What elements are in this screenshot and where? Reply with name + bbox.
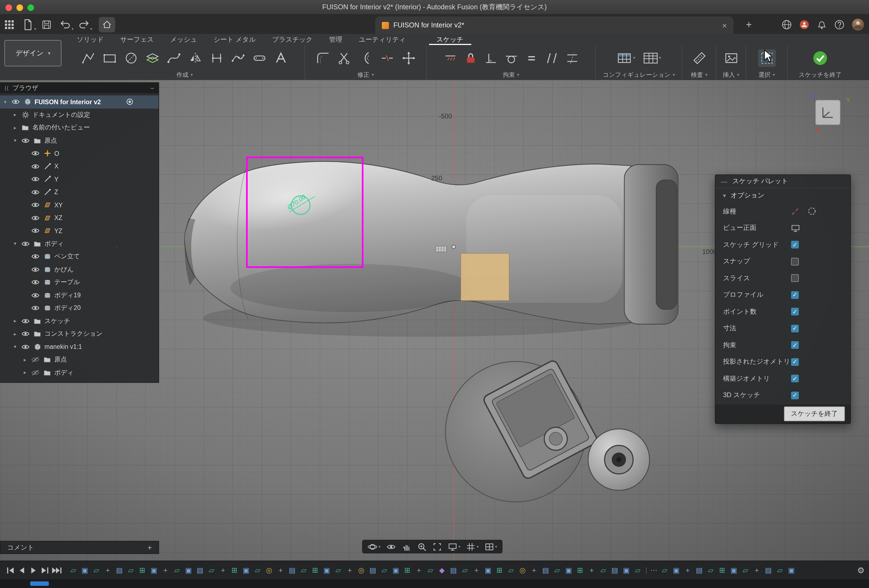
visibility-eye-icon[interactable] — [31, 280, 40, 286]
timeline-sketch-feature-icon[interactable]: ▱ — [334, 566, 343, 575]
visibility-eye-icon[interactable] — [21, 138, 30, 144]
tree-expand-caret[interactable]: ▸ — [12, 125, 18, 130]
visibility-eye-icon[interactable] — [21, 318, 30, 324]
trim-tool-icon[interactable] — [337, 51, 351, 65]
viewcube[interactable]: Z Y X — [809, 92, 850, 134]
timeline-sketch-feature-icon[interactable]: ▱ — [660, 566, 669, 575]
tree-expand-caret[interactable]: ▾ — [12, 344, 18, 350]
timeline-sketch-feature-icon[interactable]: ▱ — [68, 566, 78, 575]
timeline-move-feature-icon[interactable]: + — [683, 566, 693, 575]
visibility-eye-icon[interactable] — [31, 189, 40, 195]
ribbon-tab-3[interactable]: シート メタル — [206, 34, 264, 45]
user-avatar[interactable] — [851, 18, 865, 31]
tree-row[interactable]: ▾ボディ — [0, 237, 159, 250]
app-menu-icon[interactable] — [1, 17, 18, 32]
palette-drag-icon[interactable]: — — [721, 178, 727, 185]
viewports-icon[interactable]: ▾ — [482, 542, 499, 551]
timeline-sketch-feature-icon[interactable]: ▱ — [741, 566, 750, 575]
visibility-eye-icon[interactable] — [31, 305, 40, 311]
offset-tool-icon[interactable] — [359, 51, 373, 65]
home-button[interactable] — [99, 17, 115, 32]
finish-sketch-palette-button[interactable]: スケッチを終了 — [784, 406, 845, 421]
timeline-pattern-feature-icon[interactable]: ⊞ — [138, 566, 147, 575]
collapse-panel-icon[interactable]: ⟨⟨ — [4, 85, 9, 91]
timeline-box-feature-icon[interactable]: ▣ — [149, 566, 159, 575]
timeline-hole-feature-icon[interactable]: ◎ — [264, 566, 274, 575]
rectangle-tool-icon[interactable] — [102, 51, 117, 65]
timeline-sketch-feature-icon[interactable]: ▱ — [172, 566, 182, 575]
timeline-extrude-feature-icon[interactable]: ▤ — [115, 566, 124, 575]
timeline-pattern-feature-icon[interactable]: ⊞ — [575, 566, 585, 575]
tree-row[interactable]: ▸コンストラクション — [0, 327, 159, 340]
timeline-scrollbar[interactable] — [30, 581, 49, 586]
control-point-spline-icon[interactable] — [231, 51, 245, 65]
visibility-eye-icon[interactable] — [21, 241, 30, 247]
timeline-step-forward-icon[interactable] — [39, 565, 50, 576]
horizontal-vertical-constraint-icon[interactable] — [443, 51, 457, 64]
timeline-pattern-feature-icon[interactable]: ⊞ — [495, 566, 504, 575]
visibility-eye-icon[interactable] — [31, 228, 40, 234]
timeline-move-feature-icon[interactable]: + — [161, 566, 170, 575]
activate-component-radio[interactable] — [126, 98, 133, 105]
help-icon[interactable] — [834, 19, 845, 30]
notifications-bell-icon[interactable] — [816, 19, 827, 30]
sketch-text-icon[interactable] — [274, 51, 288, 65]
timeline-pattern-feature-icon[interactable]: ⊞ — [403, 566, 412, 575]
browser-header[interactable]: ⟨⟨ ブラウザ − — [0, 83, 159, 93]
timeline-extrude-feature-icon[interactable]: ▤ — [541, 566, 550, 575]
visibility-eye-icon[interactable] — [31, 215, 40, 221]
timeline-extrude-feature-icon[interactable]: ▤ — [195, 566, 205, 575]
timeline-more-icon[interactable]: ⋯ — [650, 566, 658, 575]
spline-tool-icon[interactable] — [167, 51, 181, 65]
finish-sketch-button[interactable]: スケッチを終了 — [788, 70, 853, 80]
timeline-box-feature-icon[interactable]: ▣ — [787, 566, 796, 575]
viewcube-face[interactable] — [815, 100, 841, 125]
timeline-sketch-feature-icon[interactable]: ▱ — [126, 566, 135, 575]
checkbox-checked[interactable] — [791, 325, 799, 332]
timeline-pattern-feature-icon[interactable]: ⊞ — [230, 566, 239, 575]
visibility-eye-icon[interactable] — [31, 176, 40, 182]
timeline-extrude-feature-icon[interactable]: ▤ — [694, 566, 704, 575]
timeline-move-feature-icon[interactable]: + — [218, 566, 228, 575]
timeline-skip-end-icon[interactable] — [50, 565, 62, 576]
timeline-extrude-feature-icon[interactable]: ▤ — [610, 566, 619, 575]
checkbox-checked[interactable] — [791, 392, 799, 399]
tree-expand-caret[interactable]: ▸ — [22, 370, 28, 375]
timeline-sketch-feature-icon[interactable]: ▱ — [380, 566, 389, 575]
tree-expand-caret[interactable]: ▾ — [12, 241, 18, 247]
save-icon[interactable] — [39, 17, 55, 32]
line-tool-icon[interactable] — [81, 51, 95, 65]
mirror-tool-icon[interactable] — [188, 51, 202, 65]
tree-row[interactable]: ▾原点 — [0, 134, 159, 147]
timeline-move-feature-icon[interactable]: + — [345, 566, 354, 575]
timeline-box-feature-icon[interactable]: ▣ — [564, 566, 573, 575]
timeline-box-feature-icon[interactable]: ▣ — [483, 566, 493, 575]
timeline-sketch-feature-icon[interactable]: ▱ — [633, 566, 642, 575]
ribbon-tab-2[interactable]: メッシュ — [163, 34, 205, 45]
pan-icon[interactable] — [399, 542, 414, 551]
undo-icon[interactable]: ▾ — [57, 17, 74, 32]
timeline-extrude-feature-icon[interactable]: ▤ — [288, 566, 297, 575]
timeline-sketch-feature-icon[interactable]: ▱ — [599, 566, 608, 575]
tree-row[interactable]: ボディ20 — [0, 302, 159, 315]
tree-expand-caret[interactable]: ▸ — [12, 318, 18, 324]
tree-expand-caret[interactable]: ▾ — [12, 138, 18, 144]
visibility-eye-icon[interactable] — [31, 267, 40, 273]
select-dropdown[interactable]: 選択▾ — [746, 70, 787, 80]
tree-row[interactable]: X — [0, 160, 159, 173]
tree-row[interactable]: ▸ドキュメントの設定 — [0, 108, 159, 121]
timeline-box-feature-icon[interactable]: ▣ — [80, 566, 89, 575]
checkbox-checked[interactable] — [791, 375, 799, 382]
timeline-sketch-feature-icon[interactable]: ▱ — [552, 566, 562, 575]
perpendicular-constraint-icon[interactable] — [484, 51, 497, 64]
timeline-skip-start-icon[interactable] — [4, 565, 16, 576]
timeline-step-back-icon[interactable] — [16, 565, 27, 576]
parallel-constraint-icon[interactable] — [545, 51, 558, 64]
tree-row[interactable]: テーブル — [0, 276, 159, 289]
checkbox-unchecked[interactable] — [791, 258, 799, 265]
timeline-move-feature-icon[interactable]: + — [472, 566, 481, 575]
redo-icon[interactable]: ▾ — [76, 17, 92, 32]
timeline-box-feature-icon[interactable]: ▣ — [184, 566, 193, 575]
checkbox-checked[interactable] — [791, 291, 799, 299]
checkbox-checked[interactable] — [791, 341, 799, 349]
